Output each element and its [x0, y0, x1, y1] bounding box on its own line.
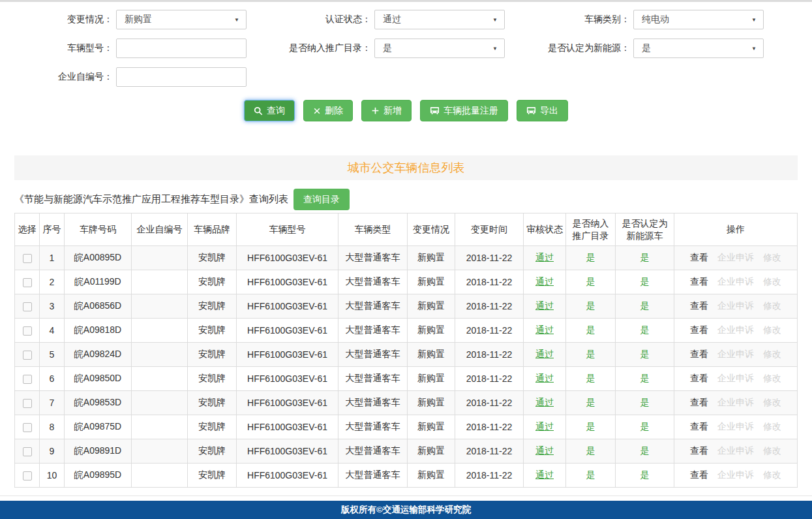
row-checkbox[interactable]: [23, 423, 32, 432]
row-select-cell: [15, 464, 40, 488]
row-checkbox[interactable]: [23, 278, 32, 287]
status-link[interactable]: 通过: [535, 349, 554, 359]
row-new-energy: 是: [616, 343, 674, 367]
vehicle-category-select[interactable]: 纯电动 ▼: [633, 10, 764, 29]
row-change: 新购置: [408, 319, 455, 343]
col-plate: 车牌号码: [65, 213, 132, 246]
row-seq: 4: [40, 319, 65, 343]
appeal-link[interactable]: 企业申诉: [717, 373, 754, 383]
status-link[interactable]: 通过: [535, 276, 554, 287]
action-toolbar: 查询 删除 新增 车辆批量注册 导出: [14, 100, 798, 121]
chevron-down-icon: ▼: [492, 17, 498, 23]
row-ops: 查看 企业申诉 修改: [674, 391, 798, 415]
appeal-link[interactable]: 企业申诉: [717, 397, 754, 407]
edit-link[interactable]: 修改: [763, 421, 781, 432]
view-link[interactable]: 查看: [690, 445, 708, 456]
status-link[interactable]: 通过: [535, 397, 554, 407]
row-model: HFF6100G03EV-61: [237, 439, 338, 464]
status-link[interactable]: 通过: [535, 324, 554, 335]
row-ops: 查看 企业申诉 修改: [674, 439, 798, 464]
vehicle-model-input[interactable]: [125, 39, 239, 57]
batch-register-button[interactable]: 车辆批量注册: [420, 100, 508, 121]
status-link[interactable]: 通过: [535, 445, 554, 456]
edit-link[interactable]: 修改: [763, 324, 781, 335]
status-link[interactable]: 通过: [535, 252, 554, 262]
appeal-link[interactable]: 企业申诉: [717, 324, 754, 335]
view-link[interactable]: 查看: [690, 469, 708, 480]
edit-link[interactable]: 修改: [763, 397, 781, 407]
new-energy-select[interactable]: 是 ▼: [633, 39, 764, 58]
row-brand: 安凯牌: [188, 343, 237, 367]
filter-form: 变更情况： 新购置 ▼ 认证状态： 通过 ▼ 车辆类别： 纯电动 ▼ 车辆型号：…: [14, 2, 798, 87]
status-link[interactable]: 通过: [535, 373, 554, 383]
row-checkbox[interactable]: [23, 447, 32, 456]
row-date: 2018-11-22: [455, 464, 524, 488]
col-model: 车辆型号: [237, 213, 338, 246]
cert-status-select[interactable]: 通过 ▼: [374, 10, 505, 29]
query-catalog-button[interactable]: 查询目录: [293, 189, 350, 210]
vehicle-category-value: 纯电动: [642, 14, 669, 25]
appeal-link[interactable]: 企业申诉: [717, 445, 754, 456]
row-brand: 安凯牌: [188, 391, 237, 415]
row-self-no: [132, 294, 188, 319]
row-brand: 安凯牌: [188, 439, 237, 464]
view-link[interactable]: 查看: [690, 349, 708, 359]
copyright-text: 版权所有©交通运输部科学研究院: [341, 504, 471, 516]
appeal-link[interactable]: 企业申诉: [717, 349, 754, 359]
edit-link[interactable]: 修改: [763, 469, 781, 480]
edit-link[interactable]: 修改: [763, 373, 781, 383]
view-link[interactable]: 查看: [690, 300, 708, 311]
row-checkbox[interactable]: [23, 471, 32, 480]
row-checkbox[interactable]: [23, 375, 32, 384]
add-button[interactable]: 新增: [361, 100, 412, 121]
view-link[interactable]: 查看: [690, 276, 708, 287]
row-new-energy: 是: [616, 367, 674, 391]
row-select-cell: [15, 439, 40, 464]
search-button[interactable]: 查询: [244, 100, 295, 121]
row-plate: 皖A09818D: [65, 319, 132, 343]
row-promo: 是: [566, 246, 616, 270]
self-number-input[interactable]: [125, 68, 239, 86]
view-link[interactable]: 查看: [690, 421, 708, 432]
appeal-link[interactable]: 企业申诉: [717, 469, 754, 480]
row-type: 大型普通客车: [338, 391, 408, 415]
row-ops: 查看 企业申诉 修改: [674, 319, 798, 343]
promo-catalog-value: 是: [383, 42, 392, 54]
edit-link[interactable]: 修改: [763, 252, 781, 262]
view-link[interactable]: 查看: [690, 252, 708, 262]
promo-catalog-select[interactable]: 是 ▼: [374, 39, 505, 58]
edit-link[interactable]: 修改: [763, 300, 781, 311]
vehicle-table: 选择 序号 车牌号码 企业自编号 车辆品牌 车辆型号 车辆类型 变更情况 变更时…: [14, 213, 798, 488]
status-link[interactable]: 通过: [535, 469, 554, 480]
view-link[interactable]: 查看: [690, 397, 708, 407]
edit-link[interactable]: 修改: [763, 276, 781, 287]
col-promo: 是否纳入推广目录: [566, 213, 616, 246]
edit-link[interactable]: 修改: [763, 349, 781, 359]
chevron-down-icon: ▼: [751, 17, 757, 23]
view-link[interactable]: 查看: [690, 373, 708, 383]
appeal-link[interactable]: 企业申诉: [717, 421, 754, 432]
row-checkbox[interactable]: [23, 254, 32, 263]
row-checkbox[interactable]: [23, 399, 32, 408]
appeal-link[interactable]: 企业申诉: [717, 252, 754, 262]
appeal-link[interactable]: 企业申诉: [717, 300, 754, 311]
status-link[interactable]: 通过: [535, 300, 554, 311]
row-checkbox[interactable]: [23, 351, 32, 360]
edit-link[interactable]: 修改: [763, 445, 781, 456]
appeal-link[interactable]: 企业申诉: [717, 276, 754, 287]
export-button-label: 导出: [540, 105, 558, 117]
row-promo: 是: [566, 367, 616, 391]
row-promo: 是: [566, 391, 616, 415]
change-status-select[interactable]: 新购置 ▼: [116, 10, 247, 29]
delete-button[interactable]: 删除: [303, 100, 353, 121]
table-row: 8 皖A09875D 安凯牌 HFF6100G03EV-61 大型普通客车 新购…: [15, 415, 798, 439]
col-status: 审核状态: [524, 213, 566, 246]
promo-catalog-label: 是否纳入推广目录：: [247, 42, 374, 54]
row-checkbox[interactable]: [23, 302, 32, 311]
row-ops: 查看 企业申诉 修改: [674, 294, 798, 319]
status-link[interactable]: 通过: [535, 421, 554, 432]
row-seq: 2: [40, 270, 65, 294]
row-checkbox[interactable]: [23, 326, 32, 336]
view-link[interactable]: 查看: [690, 324, 708, 335]
export-button[interactable]: 导出: [517, 100, 568, 121]
